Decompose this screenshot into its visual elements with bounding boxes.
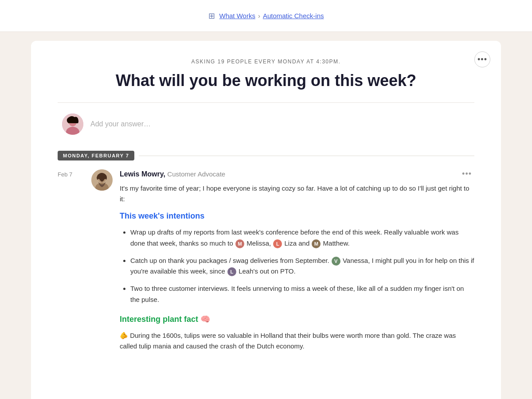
plant-fact-heading: Interesting plant fact 🧠 (120, 314, 474, 324)
post-header: Lewis Mowry, Customer Advocate ••• (120, 169, 474, 179)
post-content: Lewis Mowry, Customer Advocate ••• It's … (120, 169, 474, 352)
top-bar: ⊞ What Works › Automatic Check-ins (0, 0, 532, 32)
post-author-name: Lewis Mowry, (120, 170, 165, 178)
header-divider (58, 102, 474, 103)
post-intro-text: It's my favorite time of year; I hope ev… (120, 183, 474, 204)
current-user-avatar (62, 113, 83, 135)
post-more-button[interactable]: ••• (459, 169, 474, 179)
post-author-avatar (91, 169, 113, 191)
post-author-avatar-svg (91, 169, 113, 191)
breadcrumb-current-page[interactable]: Automatic Check-ins (263, 12, 324, 20)
main-question: What will you be working on this week? (58, 71, 474, 90)
app-icon: ⊞ (208, 11, 215, 21)
post-author-role: Customer Advocate (167, 170, 225, 178)
main-card: ••• ASKING 19 PEOPLE EVERY MONDAY AT 4:3… (31, 41, 501, 399)
breadcrumb-separator: › (258, 12, 260, 20)
intention-item-1: Wrap up drafts of my reports from last w… (130, 227, 474, 249)
more-options-button[interactable]: ••• (474, 51, 490, 67)
intentions-list: Wrap up drafts of my reports from last w… (120, 227, 474, 305)
date-badge: MONDAY, FEBRUARY 7 (58, 151, 134, 160)
breadcrumb: ⊞ What Works › Automatic Check-ins (208, 11, 324, 21)
asking-label: ASKING 19 PEOPLE EVERY MONDAY AT 4:30PM. (58, 59, 474, 65)
mention-avatar-matthew: M (312, 239, 321, 248)
intention-item-2: Catch up on thank you packages / swag de… (130, 255, 474, 278)
mention-avatar-vanessa: V (332, 257, 340, 266)
answer-row: Add your answer… (58, 113, 474, 135)
mention-avatar-liza: L (273, 239, 282, 248)
current-user-avatar-svg (62, 113, 83, 135)
date-header-row: MONDAY, FEBRUARY 7 (58, 151, 474, 160)
intentions-heading: This week's intentions (120, 211, 474, 221)
plant-fact-text: 🫵 During the 1600s, tulips were so valua… (120, 330, 474, 352)
mention-avatar-melissa: M (235, 239, 244, 248)
answer-placeholder[interactable]: Add your answer… (90, 120, 151, 128)
mention-avatar-leah: L (227, 267, 236, 276)
intention-item-3: Two to three customer interviews. It fee… (130, 283, 474, 305)
post-author-info: Lewis Mowry, Customer Advocate (120, 170, 225, 178)
post-row: Feb 7 Lewis Mowry, Customer Advocate ••• (58, 169, 474, 352)
date-divider (139, 156, 474, 156)
post-date: Feb 7 (58, 169, 84, 178)
breadcrumb-app-link[interactable]: What Works (219, 12, 255, 20)
